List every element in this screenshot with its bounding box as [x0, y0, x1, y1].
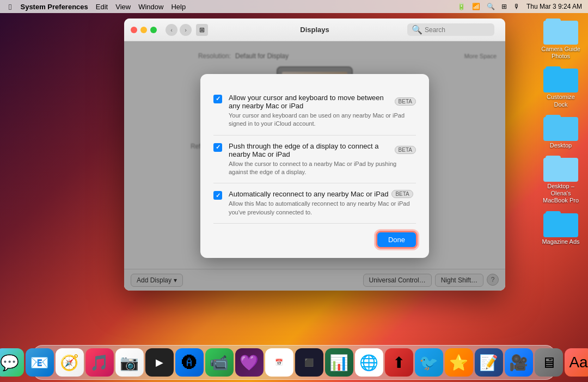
dock-calendar[interactable]: 📅 [265, 348, 293, 377]
apple-menu[interactable]:  [4, 1, 16, 13]
displays-window: ‹ › ⊞ Displays 🔍 Resolution: Default for… [124, 19, 505, 291]
dock-reeder[interactable]: ⭐ [445, 348, 473, 377]
search-menubar-icon[interactable]: 🔍 [485, 3, 497, 10]
dock-word[interactable]: 📝 [475, 348, 503, 377]
modal-option-3: ✓ Automatically reconnect to any nearby … [213, 183, 416, 224]
desktop-label-desktop-olena: Desktop – Olena's MacBook Pro [539, 183, 583, 205]
siri-icon[interactable]: 🎙 [512, 3, 522, 10]
option-2-desc: Allow the cursor to connect to a nearby … [229, 160, 416, 177]
menubar-help[interactable]: Help [168, 2, 189, 12]
option-3-beta-badge: BETA [391, 190, 413, 198]
dock-messages[interactable]: 💬 [0, 348, 24, 377]
desktop-label-desktop: Desktop [550, 142, 572, 149]
menubar-edit[interactable]: Edit [93, 2, 111, 12]
grid-button[interactable]: ⊞ [196, 24, 208, 36]
dock-facetime[interactable]: 📹 [205, 348, 234, 377]
dock: 🔵 ⊞ 💬 📧 🧭 🎵 📷 ▶ 🅐 📹 💜 📅 ⬛ 📊 🌐 ⬆ 🐦 ⭐ 📝 🎥 … [33, 345, 555, 380]
desktop-label-magazine: Magazine Ads [542, 238, 579, 245]
dock-appstore[interactable]: 🅐 [175, 348, 204, 377]
option-2-beta-badge: BETA [395, 146, 416, 154]
checkmark-2-icon: ✓ [216, 144, 220, 151]
option-1-beta-badge: BETA [395, 97, 416, 106]
dock-mail[interactable]: 📧 [26, 348, 54, 377]
checkmark-1-icon: ✓ [216, 95, 220, 102]
checkbox-3[interactable]: ✓ [213, 191, 222, 200]
dock-zoom[interactable]: 🎥 [505, 348, 533, 377]
menubar-view[interactable]: View [112, 2, 134, 12]
modal-option-1: ✓ Allow your cursor and keyboard to move… [213, 87, 416, 135]
folder-icon-customize [543, 64, 578, 93]
back-button[interactable]: ‹ [166, 24, 177, 36]
dock-arrow[interactable]: ⬆ [385, 348, 413, 377]
forward-button[interactable]: › [180, 24, 192, 36]
window-nav: ‹ › ⊞ [166, 24, 208, 36]
option-1-title-row: Allow your cursor and keyboard to move b… [229, 94, 416, 110]
traffic-lights [131, 27, 157, 33]
desktop-icons: Camera Guide Photos Customize Dock Deskt… [539, 16, 583, 245]
minimize-button[interactable] [140, 27, 147, 33]
datetime-display: Thu Mar 3 9:24 AM [525, 3, 584, 10]
modal-footer: Done [213, 224, 416, 247]
search-icon: 🔍 [412, 24, 422, 35]
option-3-desc: Allow this Mac to automatically reconnec… [229, 200, 416, 217]
desktop-item-desktop[interactable]: Desktop [539, 113, 583, 149]
window-titlebar: ‹ › ⊞ Displays 🔍 [124, 19, 505, 41]
modal-option-2: ✓ Push through the edge of a display to … [213, 135, 416, 184]
option-2-content: Push through the edge of a display to co… [229, 142, 416, 177]
folder-icon-camera [543, 16, 578, 45]
done-button[interactable]: Done [377, 232, 416, 247]
folder-icon-desktop [543, 113, 578, 141]
close-button[interactable] [131, 27, 137, 33]
dock-photos[interactable]: 📷 [115, 348, 144, 377]
menubar:  System Preferences Edit View Window He… [0, 0, 588, 13]
checkbox-1[interactable]: ✓ [213, 95, 222, 103]
maximize-button[interactable] [150, 27, 157, 33]
option-3-title: Automatically reconnect to any nearby Ma… [229, 190, 388, 198]
dock-safari[interactable]: 🧭 [56, 348, 84, 377]
menubar-right: 🔋 📶 🔍 ⊞ 🎙 Thu Mar 3 9:24 AM [456, 3, 584, 10]
window-title: Displays [300, 26, 329, 34]
option-1-desc: Your cursor and keyboard can be used on … [229, 112, 416, 128]
option-3-content: Automatically reconnect to any nearby Ma… [229, 190, 416, 217]
dock-terminal[interactable]: ⬛ [295, 348, 323, 377]
dock-excel[interactable]: 📊 [325, 348, 353, 377]
folder-icon-magazine [543, 209, 578, 237]
option-1-title: Allow your cursor and keyboard to move b… [229, 94, 391, 110]
wifi-icon: 📶 [470, 3, 482, 10]
dock-chrome[interactable]: 🌐 [355, 348, 383, 377]
dock-slack[interactable]: 💜 [235, 348, 264, 377]
battery-icon: 🔋 [456, 3, 467, 10]
option-2-title: Push through the edge of a display to co… [229, 142, 391, 158]
desktop-item-magazine[interactable]: Magazine Ads [539, 209, 583, 245]
dock-tv[interactable]: ▶ [145, 348, 174, 377]
desktop-label-customize: Customize Dock [539, 94, 583, 108]
search-input[interactable] [425, 26, 490, 34]
control-center-icon[interactable]: ⊞ [500, 3, 509, 10]
dock-tweetbot[interactable]: 🐦 [415, 348, 443, 377]
window-content: Resolution: Default for Display More Spa… [124, 41, 505, 291]
option-1-content: Allow your cursor and keyboard to move b… [229, 94, 416, 128]
desktop-item-customize[interactable]: Customize Dock [539, 64, 583, 108]
menubar-app-name[interactable]: System Preferences [17, 2, 91, 12]
menubar-left:  System Preferences Edit View Window He… [4, 1, 455, 13]
universal-control-modal: ✓ Allow your cursor and keyboard to move… [200, 74, 429, 258]
dock-music[interactable]: 🎵 [85, 348, 114, 377]
modal-overlay: ✓ Allow your cursor and keyboard to move… [124, 41, 505, 291]
checkmark-3-icon: ✓ [216, 192, 220, 199]
dock-displays[interactable]: 🖥 [535, 348, 563, 377]
desktop-item-desktop-olena[interactable]: Desktop – Olena's MacBook Pro [539, 153, 583, 205]
desktop-item-camera[interactable]: Camera Guide Photos [539, 16, 583, 60]
option-2-title-row: Push through the edge of a display to co… [229, 142, 416, 158]
option-3-title-row: Automatically reconnect to any nearby Ma… [229, 190, 416, 198]
folder-icon-desktop-olena [543, 153, 578, 182]
menubar-window[interactable]: Window [135, 2, 167, 12]
dock-dictionary[interactable]: Aa [565, 348, 589, 377]
desktop-label-camera: Camera Guide Photos [539, 46, 583, 60]
search-bar[interactable]: 🔍 [407, 23, 494, 36]
checkbox-2[interactable]: ✓ [213, 143, 222, 152]
